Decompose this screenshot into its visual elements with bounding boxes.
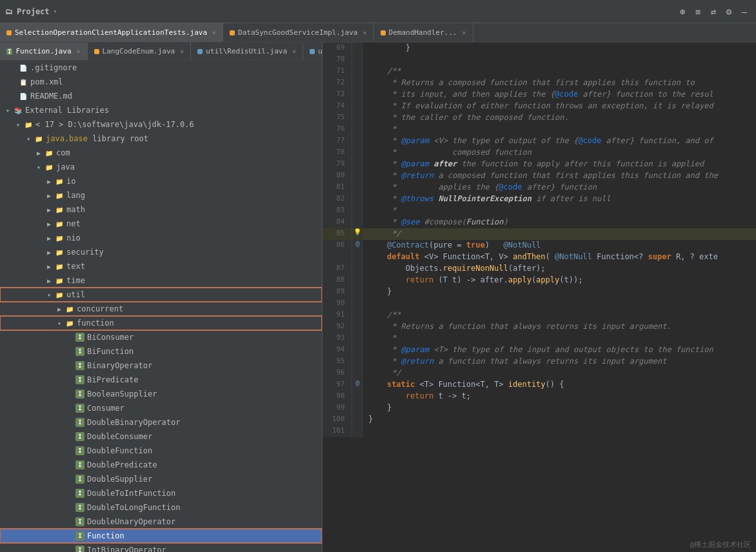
- tree-item-doubletoint[interactable]: I DoubleToIntFunction: [0, 486, 322, 500]
- math-icon: 📁: [54, 204, 65, 215]
- tree-item-java[interactable]: ▾ 📁 java: [0, 160, 322, 174]
- settings-icon[interactable]: ⚙: [722, 5, 735, 18]
- tree-item-security[interactable]: ▶ 📁 security: [0, 245, 322, 259]
- file-tab-redisutil2[interactable]: utils\RedisUtil.java ✕: [303, 43, 323, 60]
- code-100[interactable]: }: [363, 414, 756, 426]
- file-tab-close2[interactable]: ✕: [180, 48, 184, 55]
- tree-item-function[interactable]: I Function: [0, 529, 322, 543]
- arrow-util: ▾: [44, 291, 54, 299]
- code-91[interactable]: /**: [363, 310, 756, 321]
- tree-item-jdk[interactable]: ▾ 📁 < 17 > D:\software\java\jdk-17.0.6: [0, 117, 322, 132]
- code-77[interactable]: * @param <V> the type of output of the {…: [363, 135, 756, 147]
- tab-close-icon2[interactable]: ✕: [363, 29, 366, 36]
- file-tab-function[interactable]: I Function.java ✕: [0, 43, 88, 60]
- tree-item-doubleconsumer[interactable]: I DoubleConsumer: [0, 429, 322, 444]
- tab-close-icon[interactable]: ✕: [212, 29, 216, 36]
- code-89[interactable]: }: [363, 286, 756, 298]
- code-94[interactable]: * @param <T> the type of the input and o…: [363, 344, 756, 356]
- file-tab-close[interactable]: ✕: [77, 48, 81, 55]
- function-folder-icon: 📁: [65, 318, 75, 328]
- tree-item-concurrent[interactable]: ▶ 📁 concurrent: [0, 302, 322, 316]
- tree-item-function-folder[interactable]: ▾ 📁 function: [0, 316, 322, 330]
- code-95[interactable]: * @return a function that always returns…: [363, 356, 756, 368]
- tab-close-icon3[interactable]: ✕: [462, 29, 466, 36]
- code-84[interactable]: * @see #compose(Function): [363, 217, 756, 228]
- arrow-net: ▶: [44, 221, 54, 228]
- tree-item-external[interactable]: ▾ 📚 External Libraries: [0, 103, 322, 117]
- gutter-84: [352, 217, 363, 228]
- tree-item-net[interactable]: ▶ 📁 net: [0, 217, 322, 231]
- dropdown-icon[interactable]: ▾: [54, 8, 57, 15]
- tab-datasync[interactable]: DataSyncGoodServiceImpl.java ✕: [223, 23, 373, 42]
- code-98[interactable]: return t -> t;: [363, 391, 756, 402]
- code-70[interactable]: [363, 54, 756, 66]
- code-81[interactable]: * applies the {@code after} function: [363, 182, 756, 193]
- tree-item-time[interactable]: ▶ 📁 time: [0, 273, 322, 288]
- code-97[interactable]: static <T> Function<T, T> identity() {: [363, 379, 756, 391]
- tree-item-pom[interactable]: 📋 pom.xml: [0, 75, 322, 89]
- code-72[interactable]: * Returns a composed function that first…: [363, 77, 756, 89]
- code-101[interactable]: [363, 426, 756, 437]
- tree-item-text[interactable]: ▶ 📁 text: [0, 259, 322, 273]
- minimize-icon[interactable]: —: [738, 5, 751, 18]
- tree-item-bifunction[interactable]: I BiFunction: [0, 344, 322, 359]
- readme-icon: 📄: [18, 91, 28, 101]
- tree-item-javabase[interactable]: ▾ 📁 java.base library root: [0, 132, 322, 146]
- add-icon[interactable]: ⊕: [676, 5, 689, 18]
- file-tab-langcode[interactable]: LangCodeEnum.java ✕: [88, 43, 192, 60]
- line-86a: 86 @ @Contract(pure = true) @NotNull: [323, 240, 756, 251]
- code-82[interactable]: * @throws NullPointerException if after …: [363, 193, 756, 205]
- tree-item-doublepred[interactable]: I DoublePredicate: [0, 458, 322, 472]
- code-93[interactable]: *: [363, 333, 756, 344]
- tree-item-bipredicate[interactable]: I BiPredicate: [0, 373, 322, 387]
- code-80[interactable]: * @return a composed function that first…: [363, 170, 756, 182]
- code-74[interactable]: * If evaluation of either function throw…: [363, 101, 756, 112]
- tree-item-com[interactable]: ▶ 📁 com: [0, 146, 322, 160]
- list-icon[interactable]: ≡: [691, 5, 704, 18]
- tree-item-doublebinop[interactable]: I DoubleBinaryOperator: [0, 415, 322, 429]
- line-75: 75 * the caller of the composed function…: [323, 112, 756, 124]
- code-75[interactable]: * the caller of the composed function.: [363, 112, 756, 124]
- code-79[interactable]: * @param after the function to apply aft…: [363, 159, 756, 170]
- tree-item-consumer[interactable]: I Consumer: [0, 401, 322, 415]
- code-92[interactable]: * Returns a function that always returns…: [363, 321, 756, 333]
- tree-item-lang[interactable]: ▶ 📁 lang: [0, 188, 322, 202]
- code-96[interactable]: */: [363, 368, 756, 379]
- tree-item-gitignore[interactable]: 📄 .gitignore: [0, 61, 322, 75]
- code-85[interactable]: */: [363, 228, 756, 240]
- code-area[interactable]: 69 } 70 71 /**: [323, 43, 756, 552]
- file-tab-redisutil1[interactable]: util\RedisUtil.java ✕: [191, 43, 303, 60]
- tree-item-binaryop[interactable]: I BinaryOperator: [0, 359, 322, 373]
- tree-item-util[interactable]: ▾ 📁 util: [0, 288, 322, 302]
- tree-item-doubleunary[interactable]: I DoubleUnaryOperator: [0, 515, 322, 529]
- tree-item-intbinop[interactable]: I IntBinaryOperator: [0, 543, 322, 552]
- file-tab-close3[interactable]: ✕: [292, 48, 296, 55]
- tree-item-io[interactable]: ▶ 📁 io: [0, 174, 322, 188]
- tree-item-booleansupplier[interactable]: I BooleanSupplier: [0, 387, 322, 401]
- code-71[interactable]: /**: [363, 66, 756, 77]
- code-88[interactable]: return (T t) -> after.apply(apply(t));: [363, 275, 756, 286]
- code-87[interactable]: Objects.requireNonNull(after);: [363, 263, 756, 275]
- code-76[interactable]: *: [363, 124, 756, 135]
- expand-icon[interactable]: ⇄: [707, 5, 720, 18]
- tree-item-doubletolong[interactable]: I DoubleToLongFunction: [0, 500, 322, 515]
- tree-item-doublefn[interactable]: I DoubleFunction: [0, 444, 322, 458]
- line-83: 83 *: [323, 205, 756, 217]
- tree-label-external: External Libraries: [25, 106, 109, 115]
- tab-demandhandler[interactable]: DemandHandler... ✕: [374, 23, 473, 42]
- code-86b[interactable]: default <V> Function<T, V> andThen( @Not…: [363, 251, 756, 263]
- tree-item-biconsumer[interactable]: I BiConsumer: [0, 330, 322, 344]
- code-78[interactable]: * composed function: [363, 147, 756, 159]
- code-86a[interactable]: @Contract(pure = true) @NotNull: [363, 240, 756, 251]
- line-88: 88 return (T t) -> after.apply(apply(t))…: [323, 275, 756, 286]
- code-69[interactable]: }: [363, 43, 756, 54]
- tree-item-math[interactable]: ▶ 📁 math: [0, 202, 322, 217]
- code-99[interactable]: }: [363, 402, 756, 414]
- tree-item-nio[interactable]: ▶ 📁 nio: [0, 231, 322, 245]
- code-83[interactable]: *: [363, 205, 756, 217]
- tree-item-readme[interactable]: 📄 README.md: [0, 89, 322, 103]
- tree-item-doublesupplier[interactable]: I DoubleSupplier: [0, 472, 322, 486]
- code-73[interactable]: * its input, and then applies the {@code…: [363, 89, 756, 101]
- tab-selection-tests[interactable]: SelectionOperationClientApplicationTests…: [0, 23, 223, 42]
- code-90[interactable]: [363, 298, 756, 310]
